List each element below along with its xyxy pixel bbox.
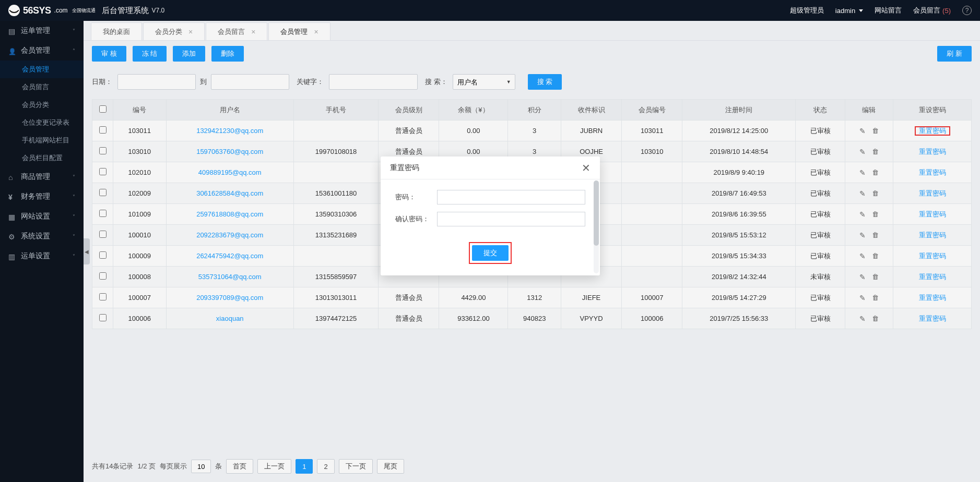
modal-title: 重置密码 — [390, 163, 419, 173]
confirm-password-input[interactable] — [437, 212, 585, 226]
password-input[interactable] — [437, 190, 585, 204]
submit-highlight-box: 提交 — [469, 242, 512, 264]
submit-button[interactable]: 提交 — [472, 245, 509, 261]
close-icon[interactable]: ✕ — [582, 163, 591, 173]
confirm-password-label: 确认密码： — [395, 214, 437, 224]
password-label: 密码： — [395, 192, 437, 202]
reset-password-modal: 重置密码 ✕ 密码： 确认密码： 提交 — [381, 156, 600, 275]
modal-scrollbar[interactable] — [594, 180, 599, 273]
modal-header: 重置密码 ✕ — [381, 156, 600, 179]
modal-body: 密码： 确认密码： — [381, 179, 600, 239]
modal-footer: 提交 — [381, 239, 600, 275]
modal-overlay: 重置密码 ✕ 密码： 确认密码： 提交 — [0, 0, 980, 482]
